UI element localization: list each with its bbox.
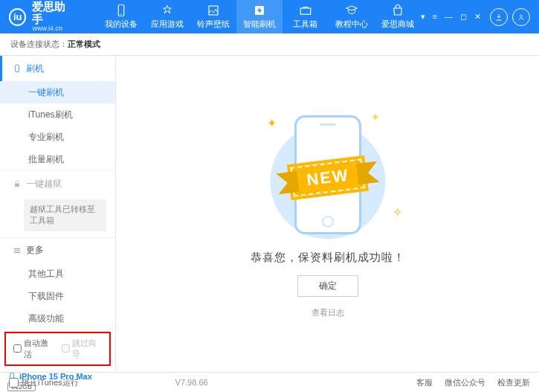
success-illustration: NEW ✦ ✦ ✧ — [254, 110, 402, 240]
nav-my-device[interactable]: 我的设备 — [98, 0, 144, 33]
sidebar-item-firmware[interactable]: 下载固件 — [0, 286, 115, 308]
svg-rect-4 — [300, 8, 311, 14]
version-label: V7.98.66 — [175, 378, 208, 387]
apps-icon — [161, 4, 174, 17]
svg-rect-6 — [16, 65, 19, 72]
sidebar-section-jailbreak[interactable]: 一键越狱 — [0, 171, 115, 196]
main-content: NEW ✦ ✦ ✧ 恭喜您，保资料刷机成功啦！ 确定 查看日志 — [116, 56, 539, 372]
sparkle-icon: ✧ — [393, 205, 402, 219]
settings-icon[interactable]: ≡ — [433, 12, 437, 22]
maximize-icon[interactable]: ◻ — [460, 12, 467, 22]
ok-button[interactable]: 确定 — [297, 275, 358, 297]
nav-tutorial[interactable]: 教程中心 — [329, 0, 375, 33]
flash-icon — [253, 4, 266, 17]
phone-icon — [13, 64, 22, 73]
brand-url: www.i4.cn — [32, 25, 75, 33]
svg-point-1 — [120, 14, 122, 16]
sidebar-section-flash[interactable]: 刷机 — [0, 56, 115, 81]
download-button[interactable] — [490, 8, 508, 26]
titlebar: iu 爱思助手 www.i4.cn 我的设备 应用游戏 铃声壁纸 智能刷机 工具… — [0, 0, 539, 33]
lock-icon — [13, 179, 22, 188]
nav-toolbox[interactable]: 工具箱 — [283, 0, 329, 33]
brand: 爱思助手 www.i4.cn — [32, 1, 75, 33]
brand-name: 爱思助手 — [32, 1, 75, 25]
sidebar-item-batch[interactable]: 批量刷机 — [0, 148, 115, 170]
sidebar-section-more[interactable]: 更多 — [0, 238, 115, 263]
success-message: 恭喜您，保资料刷机成功啦！ — [251, 251, 405, 265]
user-button[interactable] — [512, 8, 530, 26]
status-label: 设备连接状态： — [10, 39, 68, 50]
nav-flash[interactable]: 智能刷机 — [236, 0, 283, 33]
sparkle-icon: ✦ — [267, 116, 277, 130]
minimize-icon[interactable]: — — [445, 12, 453, 22]
sidebar-item-oneclick[interactable]: 一键刷机 — [0, 81, 115, 103]
skip-guide-checkbox[interactable]: 跳过向导 — [62, 338, 103, 360]
sidebar-item-pro[interactable]: 专业刷机 — [0, 126, 115, 148]
footer-link-wechat[interactable]: 微信公众号 — [445, 377, 485, 388]
sidebar-item-itunes[interactable]: iTunes刷机 — [0, 103, 115, 126]
footer-link-support[interactable]: 客服 — [416, 377, 433, 388]
toolbox-icon — [299, 4, 312, 17]
jailbreak-note: 越狱工具已转移至工具箱 — [24, 199, 106, 231]
svg-rect-7 — [15, 184, 19, 187]
auto-activate-checkbox[interactable]: 自动激活 — [13, 338, 54, 360]
svg-point-5 — [520, 15, 523, 17]
app-logo: iu — [9, 8, 26, 26]
nav-apps[interactable]: 应用游戏 — [144, 0, 190, 33]
nav-store[interactable]: 爱思商城 — [375, 0, 421, 33]
sparkle-icon: ✦ — [370, 110, 380, 124]
status-value: 正常模式 — [68, 39, 100, 50]
footer-link-update[interactable]: 检查更新 — [497, 377, 530, 388]
sidebar-item-other[interactable]: 其他工具 — [0, 263, 115, 286]
close-icon[interactable]: ✕ — [474, 12, 481, 22]
status-bar: 设备连接状态： 正常模式 — [0, 33, 539, 56]
nav-ringtone[interactable]: 铃声壁纸 — [190, 0, 236, 33]
top-nav: 我的设备 应用游戏 铃声壁纸 智能刷机 工具箱 教程中心 爱思商城 — [98, 0, 421, 33]
menu-icon[interactable]: ▾ — [421, 12, 425, 22]
sidebar-item-advanced[interactable]: 高级功能 — [0, 308, 115, 330]
sidebar: 刷机 一键刷机 iTunes刷机 专业刷机 批量刷机 一键越狱 越狱工具已转移至… — [0, 56, 116, 372]
menu-lines-icon — [13, 246, 22, 255]
block-itunes-checkbox[interactable]: 阻止iTunes运行 — [9, 377, 79, 388]
options-row: 自动激活 跳过向导 — [4, 332, 111, 366]
store-icon — [391, 4, 404, 17]
device-icon — [114, 4, 128, 17]
view-log-link[interactable]: 查看日志 — [312, 307, 344, 318]
window-controls: ▾ ≡ — ◻ ✕ — [421, 12, 481, 22]
tutorial-icon — [345, 4, 358, 17]
wallpaper-icon — [207, 4, 220, 17]
titlebar-right: ▾ ≡ — ◻ ✕ — [421, 8, 530, 26]
